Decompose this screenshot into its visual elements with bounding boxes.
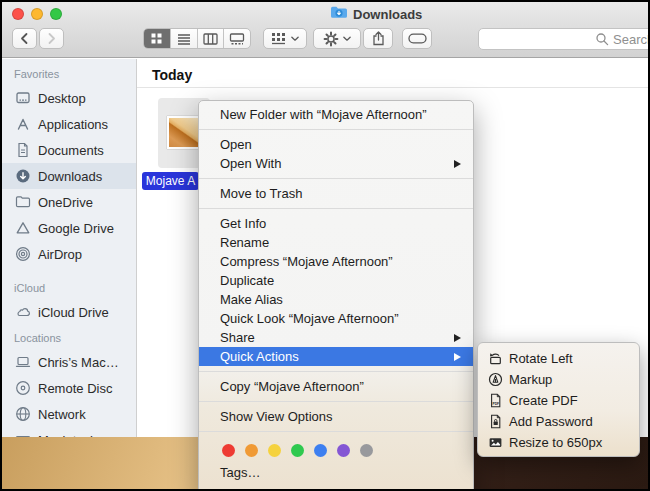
- sidebar-item-icloud-drive[interactable]: iCloud Drive: [2, 299, 136, 325]
- menu-separator: [199, 366, 473, 377]
- submenu-arrow-icon: [454, 353, 461, 361]
- share-button[interactable]: [363, 28, 393, 49]
- list-view-button[interactable]: [171, 29, 198, 48]
- submenu-arrow-icon: [454, 334, 461, 342]
- menu-item-duplicate[interactable]: Duplicate: [199, 271, 473, 290]
- icon-view-button[interactable]: [144, 29, 171, 48]
- submenu-item-create-pdf[interactable]: PDF Create PDF: [478, 390, 639, 411]
- chevron-down-icon: [343, 36, 351, 42]
- sidebar-item-remote-disc[interactable]: Remote Disc: [2, 375, 136, 401]
- menu-item-open-with[interactable]: Open With: [199, 154, 473, 173]
- gallery-view-icon: [229, 33, 245, 45]
- downloads-icon: [15, 168, 31, 184]
- sidebar-item-label: Network: [38, 407, 86, 422]
- sidebar-item-downloads[interactable]: Downloads: [2, 163, 136, 189]
- column-view-icon: [203, 33, 218, 45]
- forward-icon: [46, 32, 57, 45]
- gallery-view-button[interactable]: [224, 29, 250, 48]
- sidebar-item-documents[interactable]: Documents: [2, 137, 136, 163]
- svg-text:PDF: PDF: [492, 402, 499, 406]
- sidebar-section-favorites: Favorites: [2, 67, 136, 81]
- action-menu-button[interactable]: [313, 28, 361, 49]
- view-mode-segmented-control: [143, 28, 251, 49]
- tag-yellow[interactable]: [268, 444, 281, 457]
- disc-icon: [15, 380, 31, 396]
- sidebar-item-network[interactable]: Network: [2, 401, 136, 427]
- quick-actions-submenu: Rotate Left Markup PDF Create PDF: [477, 342, 640, 457]
- tag-button[interactable]: [402, 28, 432, 49]
- sidebar-item-macintosh[interactable]: Macintosh: [2, 427, 136, 437]
- sidebar-item-onedrive[interactable]: OneDrive: [2, 189, 136, 215]
- sidebar-item-label: Desktop: [38, 91, 86, 106]
- tag-orange[interactable]: [245, 444, 258, 457]
- tag-green[interactable]: [291, 444, 304, 457]
- close-button[interactable]: [12, 8, 24, 20]
- desktop-icon: [15, 90, 31, 106]
- screenshot-root: Downloads: [0, 0, 650, 491]
- downloads-folder-icon: [330, 5, 348, 24]
- search-placeholder: Search: [613, 32, 648, 47]
- menu-item-quick-look[interactable]: Quick Look “Mojave Afternoon”: [199, 309, 473, 328]
- sidebar-item-airdrop[interactable]: AirDrop: [2, 241, 136, 267]
- submenu-arrow-icon: [454, 160, 461, 168]
- search-icon: [595, 32, 609, 46]
- menu-item-compress[interactable]: Compress “Mojave Afternoon”: [199, 252, 473, 271]
- tag-icon: [408, 32, 427, 45]
- file-mojave-afternoon[interactable]: [167, 116, 201, 149]
- sidebar-item-google-drive[interactable]: Google Drive: [2, 215, 136, 241]
- group-by-button[interactable]: [263, 28, 307, 49]
- menu-item-move-to-trash[interactable]: Move to Trash: [199, 184, 473, 203]
- submenu-item-add-password[interactable]: Add Password: [478, 411, 639, 432]
- back-button[interactable]: [12, 28, 37, 49]
- tag-purple[interactable]: [337, 444, 350, 457]
- menu-item-open[interactable]: Open: [199, 135, 473, 154]
- menu-item-copy[interactable]: Copy “Mojave Afternoon”: [199, 377, 473, 396]
- group-divider: [137, 87, 648, 88]
- sidebar-item-label: Macintosh: [38, 433, 97, 438]
- icloud-icon: [15, 304, 31, 320]
- submenu-item-rotate-left[interactable]: Rotate Left: [478, 348, 639, 369]
- sidebar-item-chriss-mac[interactable]: Chris’s Mac…: [2, 349, 136, 375]
- rotate-left-icon: [488, 351, 503, 366]
- column-view-button[interactable]: [198, 29, 225, 48]
- laptop-icon: [15, 354, 31, 370]
- submenu-item-resize[interactable]: Resize to 650px: [478, 432, 639, 453]
- sidebar-item-label: Documents: [38, 143, 104, 158]
- file-thumbnail-image: [169, 118, 199, 147]
- sidebar-item-label: Remote Disc: [38, 381, 112, 396]
- tag-gray[interactable]: [360, 444, 373, 457]
- menu-item-new-folder-with[interactable]: New Folder with “Mojave Afternoon”: [199, 105, 473, 124]
- search-input[interactable]: Search: [478, 28, 648, 50]
- google-drive-icon: [15, 220, 31, 236]
- sidebar-item-desktop[interactable]: Desktop: [2, 85, 136, 111]
- menu-item-rename[interactable]: Rename: [199, 233, 473, 252]
- sidebar-item-label: AirDrop: [38, 247, 82, 262]
- window-title: Downloads: [353, 7, 422, 22]
- chevron-down-icon: [291, 36, 299, 42]
- menu-item-get-info[interactable]: Get Info: [199, 214, 473, 233]
- menu-item-share[interactable]: Share: [199, 328, 473, 347]
- menu-item-quick-actions[interactable]: Quick Actions: [199, 347, 473, 366]
- forward-button[interactable]: [39, 28, 64, 49]
- minimize-button[interactable]: [31, 8, 43, 20]
- sidebar-item-label: Chris’s Mac…: [38, 355, 119, 370]
- tag-blue[interactable]: [314, 444, 327, 457]
- sidebar-section-locations: Locations: [2, 331, 136, 345]
- markup-icon: [488, 372, 503, 387]
- tag-red[interactable]: [222, 444, 235, 457]
- documents-icon: [15, 142, 31, 158]
- zoom-button[interactable]: [50, 8, 62, 20]
- resize-image-icon: [488, 435, 503, 450]
- back-icon: [19, 32, 30, 45]
- sidebar-item-label: Downloads: [38, 169, 102, 184]
- applications-icon: [15, 116, 31, 132]
- menu-item-show-view-options[interactable]: Show View Options: [199, 407, 473, 426]
- menu-item-tags[interactable]: Tags…: [199, 463, 473, 482]
- sidebar-item-label: iCloud Drive: [38, 305, 109, 320]
- submenu-item-markup[interactable]: Markup: [478, 369, 639, 390]
- tag-color-row: [199, 437, 473, 463]
- menu-item-make-alias[interactable]: Make Alias: [199, 290, 473, 309]
- menu-separator: [199, 396, 473, 407]
- file-name-label[interactable]: Mojave A: [142, 172, 199, 190]
- sidebar-item-applications[interactable]: Applications: [2, 111, 136, 137]
